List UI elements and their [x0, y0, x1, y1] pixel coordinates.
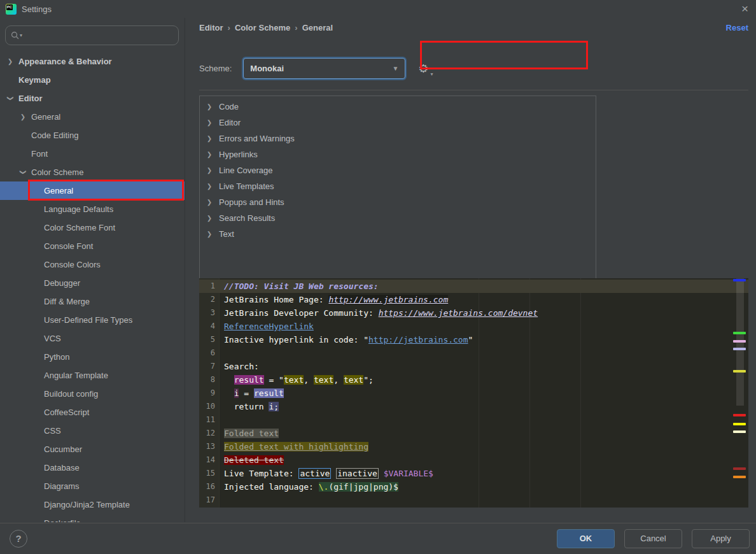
error-stripe-scrollbar[interactable]: [731, 278, 748, 508]
editor-line[interactable]: 5Inactive hyperlink in code: "http://jet…: [199, 333, 748, 346]
pycharm-logo-icon: [6, 4, 17, 15]
scheme-dropdown[interactable]: Monokai ▼: [243, 58, 405, 79]
breadcrumb-part[interactable]: Color Scheme: [235, 23, 290, 32]
sidebar-item-label: VCS: [44, 334, 61, 343]
sidebar-item-label: User-Defined File Types: [44, 315, 132, 325]
line-number: 5: [199, 333, 220, 346]
close-icon[interactable]: ×: [741, 2, 748, 16]
sidebar-item-coffeescript[interactable]: CoffeeScript: [0, 403, 185, 422]
editor-line[interactable]: 10 return i;: [199, 400, 748, 413]
sidebar-item-keymap[interactable]: Keymap: [0, 71, 185, 89]
sidebar-item-label: Python: [44, 352, 69, 362]
sidebar-item-general[interactable]: General: [0, 181, 185, 200]
breadcrumb-part[interactable]: Editor: [199, 23, 223, 32]
sidebar-item-editor[interactable]: ❯Editor: [0, 89, 185, 108]
apply-button[interactable]: Apply: [692, 529, 750, 548]
sidebar-item-console-colors[interactable]: Console Colors: [0, 255, 185, 274]
editor-line[interactable]: 12Folded text: [199, 427, 748, 440]
sidebar-item-debugger[interactable]: Debugger: [0, 274, 185, 292]
tree-item-hyperlinks[interactable]: ❯Hyperlinks: [200, 146, 596, 162]
chevron-right-icon: ❯: [19, 113, 27, 120]
settings-dialog: Settings × ▾ ❯Appearance & BehaviorKeyma…: [0, 0, 756, 554]
tree-item-popups-and-hints[interactable]: ❯Popups and Hints: [200, 194, 596, 210]
stripe-marker[interactable]: [733, 332, 746, 334]
tree-item-live-templates[interactable]: ❯Live Templates: [200, 178, 596, 194]
sidebar-item-diff-merge[interactable]: Diff & Merge: [0, 292, 185, 311]
title-bar: Settings ×: [0, 0, 756, 18]
editor-line[interactable]: 2JetBrains Home Page: http://www.jetbrai…: [199, 293, 748, 306]
editor-line[interactable]: 4ReferenceHyperlink: [199, 320, 748, 333]
editor-line[interactable]: 1//TODO: Visit JB Web resources:: [199, 280, 748, 293]
breadcrumb-part[interactable]: General: [302, 23, 333, 32]
editor-line[interactable]: 13Folded text with highlighting: [199, 440, 748, 453]
code-text: Deleted text: [220, 453, 284, 467]
code-text: return i;: [220, 400, 279, 413]
sidebar-item-cucumber[interactable]: Cucumber: [0, 440, 185, 458]
sidebar-item-color-scheme-font[interactable]: Color Scheme Font: [0, 218, 185, 237]
stripe-marker[interactable]: [733, 423, 746, 425]
sidebar-item-diagrams[interactable]: Diagrams: [0, 477, 185, 495]
scheme-dropdown-value: Monokai: [250, 64, 392, 73]
sidebar-item-label: Keymap: [18, 75, 51, 85]
code-segment: result: [254, 388, 284, 398]
sidebar-item-font[interactable]: Font: [0, 145, 185, 163]
reset-link[interactable]: Reset: [726, 23, 748, 32]
tree-item-errors-and-warnings[interactable]: ❯Errors and Warnings: [200, 131, 596, 146]
stripe-marker[interactable]: [733, 476, 746, 478]
code-text: [220, 413, 224, 427]
editor-line[interactable]: 6: [199, 346, 748, 360]
editor-line[interactable]: 3JetBrains Developer Community: https://…: [199, 306, 748, 320]
sidebar-item-database[interactable]: Database: [0, 458, 185, 477]
search-input[interactable]: [22, 31, 178, 40]
tree-item-text[interactable]: ❯Text: [200, 226, 596, 242]
code-segment: [224, 388, 234, 398]
sidebar-item-appearance-behavior[interactable]: ❯Appearance & Behavior: [0, 52, 185, 71]
sidebar-item-console-font[interactable]: Console Font: [0, 237, 185, 255]
ok-button[interactable]: OK: [557, 529, 615, 548]
sidebar-item-language-defaults[interactable]: Language Defaults: [0, 200, 185, 218]
tree-item-editor[interactable]: ❯Editor: [200, 115, 596, 131]
code-segment: http://jetbrains.com: [368, 335, 468, 344]
code-segment: ";: [363, 375, 374, 385]
editor-line[interactable]: 9 i = result: [199, 387, 748, 400]
stripe-marker[interactable]: [733, 430, 746, 433]
code-segment: $VARIABLE$: [384, 469, 433, 478]
stripe-marker[interactable]: [733, 467, 746, 470]
code-text: Live Template: active inactive $VARIABLE…: [220, 467, 433, 480]
stripe-marker[interactable]: [733, 414, 746, 416]
sidebar-item-buildout-config[interactable]: Buildout config: [0, 385, 185, 403]
tree-item-search-results[interactable]: ❯Search Results: [200, 210, 596, 226]
editor-line[interactable]: 14Deleted text: [199, 453, 748, 467]
editor-line[interactable]: 11: [199, 413, 748, 427]
settings-search-box[interactable]: ▾: [5, 25, 179, 45]
code-text: [220, 494, 224, 507]
editor-line[interactable]: 8 result = "text, text, text";: [199, 373, 748, 387]
editor-line[interactable]: 17: [199, 494, 748, 507]
stripe-marker[interactable]: [733, 348, 746, 350]
editor-line[interactable]: 15Live Template: active inactive $VARIAB…: [199, 467, 748, 480]
editor-line[interactable]: 7Search:: [199, 360, 748, 373]
gear-icon[interactable]: ⚙▾: [418, 62, 428, 76]
sidebar-item-css[interactable]: CSS: [0, 422, 185, 440]
code-text: ReferenceHyperlink: [220, 320, 314, 333]
sidebar-item-dockerfile[interactable]: Dockerfile: [0, 514, 185, 522]
stripe-marker[interactable]: [733, 370, 746, 373]
cancel-button[interactable]: Cancel: [624, 529, 682, 548]
editor-line[interactable]: 16Injected language: \.(gif|jpg|png)$: [199, 480, 748, 494]
sidebar-item-color-scheme[interactable]: ❯Color Scheme: [0, 163, 185, 181]
stripe-marker[interactable]: [733, 279, 746, 281]
help-button[interactable]: ?: [10, 530, 27, 548]
tree-item-label: Code: [219, 102, 239, 111]
sidebar-item-angular-template[interactable]: Angular Template: [0, 366, 185, 385]
sidebar-item-python[interactable]: Python: [0, 348, 185, 366]
breadcrumb-separator: ›: [228, 23, 230, 32]
sidebar-item-vcs[interactable]: VCS: [0, 329, 185, 348]
tree-item-code[interactable]: ❯Code: [200, 99, 596, 115]
tree-item-label: Live Templates: [219, 181, 274, 191]
sidebar-item-django-jinja2-template[interactable]: Django/Jinja2 Template: [0, 495, 185, 514]
tree-item-line-coverage[interactable]: ❯Line Coverage: [200, 162, 596, 178]
sidebar-item-code-editing[interactable]: Code Editing: [0, 126, 185, 145]
sidebar-item-user-defined-file-types[interactable]: User-Defined File Types: [0, 311, 185, 329]
sidebar-item-general[interactable]: ❯General: [0, 108, 185, 126]
stripe-marker[interactable]: [733, 340, 746, 343]
